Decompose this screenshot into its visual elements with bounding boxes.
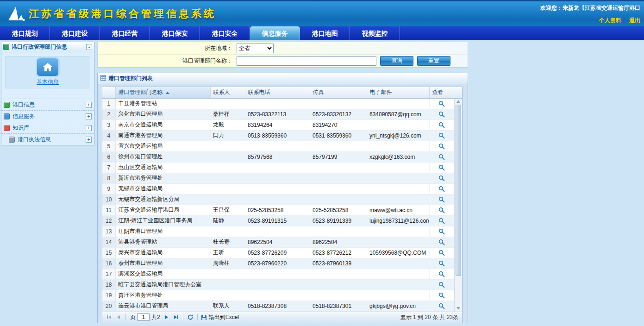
table-row[interactable]: 2兴化市港口管理局桑桂祥0523-833221130523-8332013263… bbox=[102, 109, 454, 119]
table-row[interactable]: 4南通市港务管理局闫力0513-835593600531-83559360ynl… bbox=[102, 130, 454, 141]
table-row[interactable]: 12江阴-靖江工业园区港口事务局陆静0523-891913150523-8919… bbox=[102, 215, 454, 226]
nav-tab-7[interactable]: 港口地图 bbox=[300, 26, 350, 40]
nav-tab-6[interactable]: 信息服务 bbox=[250, 26, 300, 40]
view-record-icon[interactable] bbox=[438, 271, 445, 277]
cell-contact bbox=[210, 194, 245, 205]
cell-contact bbox=[210, 173, 245, 183]
view-record-icon[interactable] bbox=[438, 154, 445, 160]
nav-tab-2[interactable]: 港口建设 bbox=[50, 26, 100, 40]
table-header-row: 港口管理部门名称 联系人 联系电话 传真 电子邮件 查看 bbox=[102, 87, 454, 98]
view-record-icon[interactable] bbox=[438, 218, 445, 224]
next-page-button[interactable] bbox=[163, 313, 171, 321]
basic-info-label: 基本信息 bbox=[37, 78, 59, 86]
cell-dept-name: 泰州市港口管理局 bbox=[115, 258, 210, 269]
table-row[interactable]: 19贾汪区港务管理处 bbox=[102, 290, 454, 301]
expand-button[interactable]: + bbox=[86, 125, 92, 131]
view-record-icon[interactable] bbox=[438, 122, 445, 128]
view-record-icon[interactable] bbox=[438, 143, 445, 150]
view-record-icon[interactable] bbox=[438, 196, 445, 203]
nav-tab-5[interactable]: 港口安全 bbox=[200, 26, 250, 40]
nav-tab-4[interactable]: 港口保安 bbox=[150, 26, 200, 40]
dept-name-row: 港口管理部门名称： 查询 重置 bbox=[98, 55, 468, 67]
table-row[interactable]: 10无锡市交通运输新区分局 bbox=[102, 194, 454, 205]
profile-link[interactable]: 个人资料 bbox=[599, 17, 621, 24]
header-fax[interactable]: 传真 bbox=[310, 87, 367, 98]
view-record-icon[interactable] bbox=[438, 207, 445, 213]
view-record-icon[interactable] bbox=[438, 292, 445, 299]
view-record-icon[interactable] bbox=[438, 228, 445, 235]
sidebar-panel-2-header[interactable]: 港口信息+ bbox=[1, 99, 94, 110]
nav-tab-3[interactable]: 港口经营 bbox=[100, 26, 150, 40]
expand-button[interactable]: + bbox=[86, 137, 92, 143]
scrollbar-thumb[interactable] bbox=[456, 105, 461, 276]
region-label: 所在地域： bbox=[98, 42, 234, 54]
table-row[interactable]: 20连云港市港口管理局联系人0518-823873080518-82387301… bbox=[102, 301, 454, 311]
vertical-scrollbar[interactable] bbox=[454, 87, 462, 312]
cell-email: maww@wti.ac.cn bbox=[367, 205, 429, 215]
prev-page-button[interactable] bbox=[114, 313, 123, 321]
table-row[interactable]: 17滨湖区交通运输局 bbox=[102, 269, 454, 279]
table-row[interactable]: 7惠山区交通运输局 bbox=[102, 162, 454, 173]
welcome-text: 欢迎您：朱新龙【江苏省交通运输厅港口 bbox=[540, 4, 640, 12]
sidebar-panel-admin-dept-header[interactable]: 港口行政管理部门信息 - bbox=[1, 42, 94, 52]
view-record-icon[interactable] bbox=[438, 164, 445, 171]
nav-tab-1[interactable]: 港口规划 bbox=[0, 26, 50, 40]
last-page-button[interactable] bbox=[172, 313, 180, 321]
view-record-icon[interactable] bbox=[438, 282, 445, 288]
table-row[interactable]: 5宜兴市交通运输局 bbox=[102, 141, 454, 151]
expand-button[interactable]: + bbox=[86, 102, 92, 108]
cell-dept-name: 睢宁县交通运输局港口管理办公室 bbox=[115, 279, 210, 290]
table-row[interactable]: 18睢宁县交通运输局港口管理办公室 bbox=[102, 279, 454, 290]
table-row[interactable]: 14沛县港务管理站杜长寄8962250489622504 bbox=[102, 237, 454, 247]
table-row[interactable]: 13江阴市港口管理局 bbox=[102, 226, 454, 237]
view-record-icon[interactable] bbox=[438, 250, 445, 256]
view-record-icon[interactable] bbox=[438, 260, 445, 267]
export-excel-button[interactable]: 输出到Excel bbox=[201, 313, 239, 321]
table-row[interactable]: 9无锡市交通运输局 bbox=[102, 183, 454, 194]
collapse-button[interactable]: - bbox=[86, 44, 92, 50]
view-record-icon[interactable] bbox=[438, 175, 445, 182]
refresh-button[interactable] bbox=[186, 313, 194, 321]
cell-rownum: 4 bbox=[102, 130, 115, 141]
table-row[interactable]: 16泰州市港口管理局周晓柱0523-879602200523-87960139 bbox=[102, 258, 454, 269]
scroll-down-icon[interactable] bbox=[456, 307, 460, 310]
table-row[interactable]: 6徐州市港口管理处8579756885797199xzgkglc@163.com bbox=[102, 151, 454, 162]
expand-button[interactable]: + bbox=[86, 113, 92, 119]
region-select[interactable]: 全省 bbox=[237, 44, 274, 53]
page-number-input[interactable] bbox=[138, 313, 150, 321]
scroll-up-icon[interactable] bbox=[456, 100, 460, 103]
logout-link[interactable]: 退出 bbox=[629, 17, 640, 24]
table-row[interactable]: 3南京市交通运输局龙毅8319426483194270 bbox=[102, 119, 454, 130]
cell-dept-name: 贾汪区港务管理处 bbox=[115, 290, 210, 301]
view-record-icon[interactable] bbox=[438, 186, 445, 192]
header-email[interactable]: 电子邮件 bbox=[367, 87, 429, 98]
first-page-button[interactable] bbox=[105, 313, 113, 321]
cell-view bbox=[429, 173, 454, 183]
cell-phone: 0513-83559360 bbox=[245, 130, 310, 141]
table-row[interactable]: 11江苏省交通运输厅港口局王昌保025-52853258025-52853258… bbox=[102, 205, 454, 215]
sidebar-panel-3-header[interactable]: 信息服务+ bbox=[1, 110, 94, 122]
table-row[interactable]: 8新沂市港务管理处 bbox=[102, 173, 454, 183]
cell-view bbox=[429, 98, 454, 109]
info-service-icon bbox=[4, 113, 10, 119]
view-record-icon[interactable] bbox=[438, 111, 445, 118]
reset-button[interactable]: 重置 bbox=[417, 56, 450, 66]
header-phone[interactable]: 联系电话 bbox=[245, 87, 310, 98]
view-record-icon[interactable] bbox=[438, 100, 445, 107]
cell-rownum: 1 bbox=[102, 98, 115, 109]
header-view[interactable]: 查看 bbox=[429, 87, 454, 98]
header-contact[interactable]: 联系人 bbox=[210, 87, 245, 98]
nav-tab-8[interactable]: 视频监控 bbox=[350, 26, 400, 40]
view-record-icon[interactable] bbox=[438, 239, 445, 245]
table-row[interactable]: 15泰兴市交通运输局王昕0523-877262090523-8772621210… bbox=[102, 247, 454, 258]
table-row[interactable]: 1丰县港务管理站 bbox=[102, 98, 454, 109]
dept-name-input[interactable] bbox=[237, 56, 376, 66]
query-button[interactable]: 查询 bbox=[380, 56, 413, 66]
view-record-icon[interactable] bbox=[438, 303, 445, 309]
sidebar-item-basic-info[interactable]: 基本信息 bbox=[5, 56, 90, 88]
cell-rownum: 18 bbox=[102, 279, 115, 290]
header-dept-name[interactable]: 港口管理部门名称 bbox=[115, 87, 210, 98]
sidebar-panel-4-header[interactable]: 知识库+ bbox=[1, 122, 94, 133]
view-record-icon[interactable] bbox=[438, 132, 445, 139]
sidebar-panel-5-header[interactable]: 港口执法信息+ bbox=[1, 133, 94, 145]
